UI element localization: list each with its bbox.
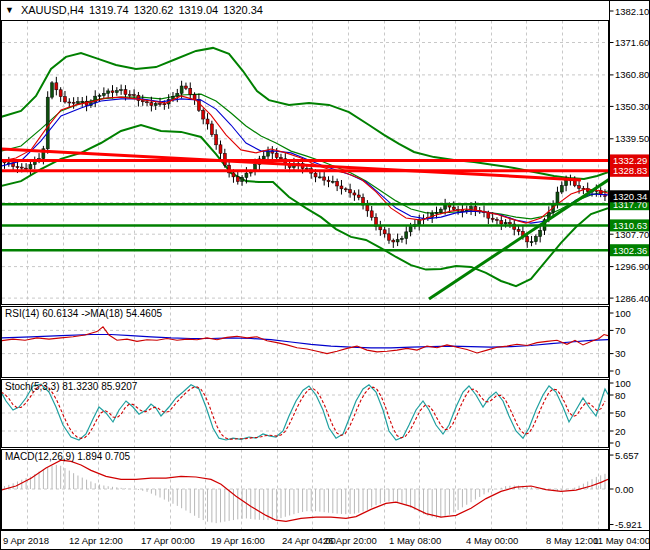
bear-candle [357,195,360,197]
ohlc-high: 1320.62 [134,4,174,16]
bear-candle [159,104,162,105]
bear-candle [63,97,66,102]
bull-candle [154,104,157,106]
stoch-axis-label: 100 [615,378,631,389]
bear-candle [16,167,19,168]
time-axis-label: 12 Apr 12:00 [69,535,123,546]
rsi-axis-label: 70 [615,325,626,336]
chart-title-bar: ▼ XAUUSD,H4 1319.74 1320.62 1319.04 1320… [5,4,263,16]
bear-candle [508,223,511,225]
bull-candle [180,86,183,93]
bear-candle [327,180,330,182]
time-axis-label: 1 May 08:00 [389,535,441,546]
price-axis-label: 1360.80 [615,69,649,80]
price-axis-label: 1296.90 [615,261,649,272]
bear-candle [55,83,58,90]
price-axis-label: 1371.60 [615,37,649,48]
stoch-axis-label: 0 [615,438,620,449]
bear-candle [141,101,144,102]
bull-candle [435,212,438,213]
bull-candle [504,223,507,225]
stochastic-indicator-label: Stoch(5,3,3) 81.3230 85.9207 [5,381,137,392]
bull-candle [262,156,265,159]
bear-candle [387,234,390,240]
bear-candle [193,94,196,99]
bear-candle [202,110,205,119]
bear-candle [526,236,529,242]
bull-candle [444,205,447,209]
bull-candle [115,91,118,93]
bear-candle [370,211,373,217]
bull-candle [331,181,334,182]
bear-candle [392,240,395,242]
bear-candle [20,167,23,168]
bull-candle [539,230,542,236]
bear-candle [124,90,127,95]
time-axis-label: 8 May 12:00 [546,535,598,546]
price-axis-label: 1350.30 [615,101,649,112]
stoch-axis-label: 20 [615,426,626,437]
bear-candle [219,145,222,154]
bear-candle [353,193,356,195]
bear-candle [500,221,503,224]
bear-candle [517,229,520,231]
price-axis-label: 1339.50 [615,133,649,144]
ohlc-open: 1319.74 [89,4,129,16]
bear-candle [68,102,71,103]
bull-candle [530,242,533,243]
support-price-badge-label: 1310.63 [613,220,647,231]
bull-candle [76,102,79,104]
bear-candle [128,95,131,96]
bear-candle [215,135,218,145]
bear-candle [25,168,28,169]
bull-candle [29,165,32,169]
bear-candle [146,102,149,103]
time-axis-label: 11 May 04:00 [593,535,650,546]
bear-candle [323,177,326,180]
bull-candle [318,177,321,178]
rsi-indicator-label: RSI(14) 60.6134 ->MA(18) 54.4605 [5,308,162,319]
rsi-axis-label: 100 [615,308,631,319]
chart-canvas[interactable]: 1382.101371.601360.801350.301339.501307.… [1,1,650,550]
macd-axis-label: 0.00 [615,484,634,495]
time-axis-label: 17 Apr 00:00 [141,535,195,546]
macd-indicator-label: MACD(12,26,9) 1.894 0.705 [5,451,130,462]
bear-candle [366,205,369,211]
bull-candle [102,93,105,95]
bear-candle [150,103,153,106]
trading-chart-window: 1382.101371.601360.801350.301339.501307.… [0,0,650,550]
bear-candle [236,177,239,182]
bear-candle [275,153,278,157]
support-price-badge-label: 1302.36 [613,245,647,256]
bear-candle [578,186,581,189]
ohlc-close: 1320.34 [223,4,263,16]
bull-candle [241,177,244,181]
bear-candle [163,104,166,105]
bull-candle [51,83,54,97]
bear-candle [340,186,343,189]
bull-candle [400,238,403,239]
bear-candle [383,230,386,234]
price-axis-label: 1286.40 [615,293,649,304]
bull-candle [120,90,123,91]
symbol-dropdown-icon[interactable]: ▼ [5,5,14,15]
bear-candle [72,102,75,103]
bear-candle [495,219,498,220]
bear-candle [336,181,339,186]
stoch-axis-label: 50 [615,408,626,419]
bear-candle [206,119,209,124]
bull-candle [556,192,559,203]
time-axis-label: 9 Apr 2018 [3,535,49,546]
bull-candle [245,173,248,177]
bull-candle [560,186,563,192]
bear-candle [452,207,455,209]
bull-candle [565,180,568,185]
price-axis-label: 1382.10 [615,6,649,17]
bull-candle [98,95,101,96]
bull-candle [439,209,442,212]
macd-axis-label: 5.657 [615,450,639,461]
time-axis-label: 4 May 00:00 [466,535,518,546]
resistance-price-badge-label: 1328.83 [613,165,647,176]
bear-candle [487,213,490,218]
bull-candle [107,91,110,93]
